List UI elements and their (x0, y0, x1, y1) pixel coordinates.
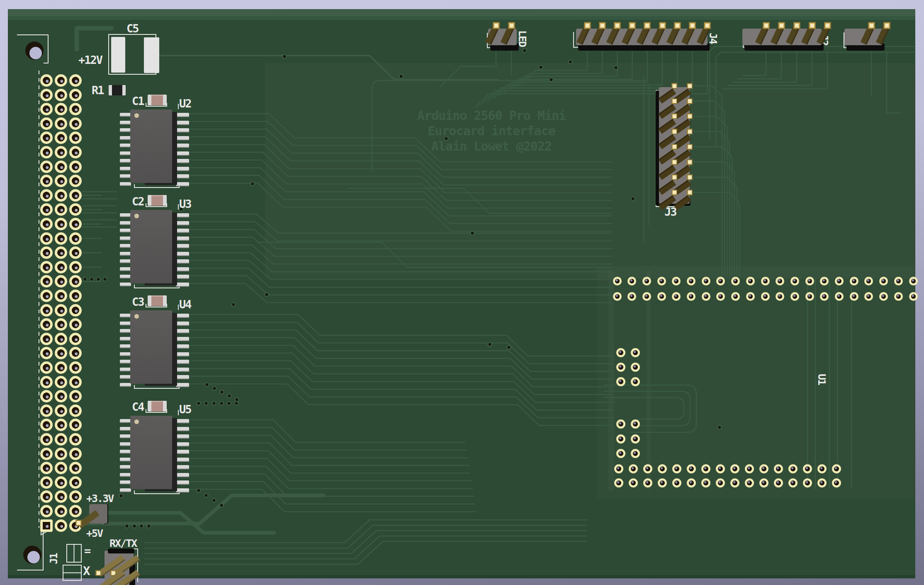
plated-hole (69, 232, 82, 245)
ic-lead (176, 427, 189, 431)
socket-hole (716, 277, 725, 285)
plated-hole (55, 476, 67, 489)
ic-lead (120, 419, 131, 423)
ic-lead (120, 314, 131, 317)
socket-hole (687, 292, 695, 301)
ic-lead (120, 252, 131, 256)
gold-pin-face (688, 115, 692, 118)
socket-hole (631, 348, 640, 357)
gold-pin-face (97, 571, 100, 575)
gold-pin-face (494, 24, 498, 27)
ic-lead (176, 337, 189, 341)
socket-hole (894, 292, 903, 301)
ic-lead (176, 344, 189, 349)
ic-lead (176, 434, 189, 439)
plated-hole (40, 519, 53, 532)
gold-pin-face (673, 145, 676, 149)
ic-lead (176, 360, 189, 364)
capacitor-c5-pad (144, 37, 159, 73)
plated-hole (69, 146, 82, 158)
socket-hole (616, 419, 625, 429)
plated-hole (55, 462, 67, 474)
plated-hole (40, 405, 53, 417)
plated-hole (40, 333, 53, 345)
pcb-3d-viewport[interactable]: Arduino 2560 Pro Mini Eurocard interface… (0, 0, 924, 585)
ic-lead (176, 121, 189, 125)
silkscreen-label-j4: J4 (708, 33, 718, 44)
gold-pin-face (673, 176, 676, 179)
silkscreen-label-c2: C2 (132, 196, 144, 207)
plated-hole (55, 146, 67, 158)
capacitor-c3 (148, 295, 167, 306)
ic-lead (120, 442, 131, 446)
silkscreen-label-p5: +5V (86, 528, 102, 539)
socket-hole (658, 464, 667, 473)
socket-hole (820, 277, 829, 285)
resistor-r1 (109, 85, 126, 95)
socket-hole (790, 292, 799, 301)
ic-lead (120, 480, 131, 484)
silkscreen-label-u2: U2 (179, 98, 191, 109)
gold-pin-face (673, 115, 676, 118)
plated-hole (55, 448, 67, 460)
ic-lead (176, 488, 189, 492)
socket-hole (790, 277, 799, 285)
socket-hole (658, 478, 667, 488)
pin1-dot (134, 113, 139, 118)
socket-hole (642, 277, 651, 285)
socket-hole (805, 292, 814, 301)
ic-lead (176, 450, 189, 454)
ic-lead (176, 329, 189, 333)
socket-hole (788, 478, 798, 488)
plated-hole (55, 333, 67, 345)
plated-hole (55, 519, 67, 532)
gold-pin-face (673, 190, 676, 194)
socket-hole (774, 478, 783, 488)
plated-hole (55, 405, 67, 417)
ic-lead (120, 221, 131, 225)
plated-hole (40, 505, 53, 517)
gold-pin-face (673, 84, 676, 88)
plated-hole (40, 433, 53, 446)
silkscreen-label-p33: +3.3V (86, 493, 113, 504)
socket-hole (631, 377, 640, 386)
ic-lead (120, 434, 131, 438)
plated-hole (55, 103, 67, 115)
gold-pin-face (601, 24, 604, 27)
ic-lead (176, 275, 189, 279)
ic-lead (120, 229, 131, 232)
plated-hole (69, 218, 82, 230)
socket-hole (776, 277, 784, 285)
plated-hole (55, 505, 67, 517)
plated-hole (40, 161, 53, 173)
ic-lead (120, 259, 131, 263)
socket-hole (616, 377, 625, 386)
gold-pin-face (673, 99, 676, 103)
resistor-body (112, 85, 122, 95)
gold-pin-face (780, 24, 783, 27)
resistor-terminal (109, 85, 112, 95)
plated-hole (69, 161, 82, 173)
ic-lead (176, 352, 189, 356)
ic-lead (176, 465, 189, 469)
socket-hole (850, 277, 858, 285)
plated-hole (69, 175, 82, 187)
ic-lead (176, 128, 189, 132)
cap-ceramic-body (151, 95, 163, 105)
ic-lead (176, 213, 189, 217)
gold-pin-face (795, 24, 799, 27)
ic-lead (176, 244, 189, 248)
ic-lead (120, 236, 131, 240)
ic-lead (176, 236, 189, 241)
plated-hole (40, 290, 53, 302)
cap-ceramic-body (151, 195, 163, 206)
plated-hole (69, 189, 82, 202)
plated-hole (69, 290, 82, 302)
socket-hole (614, 464, 623, 473)
ic-lead (176, 151, 189, 156)
plated-hole (55, 361, 67, 374)
socket-hole (746, 292, 755, 301)
plated-hole (69, 333, 82, 345)
plated-hole (40, 361, 53, 374)
plated-hole (55, 246, 67, 259)
